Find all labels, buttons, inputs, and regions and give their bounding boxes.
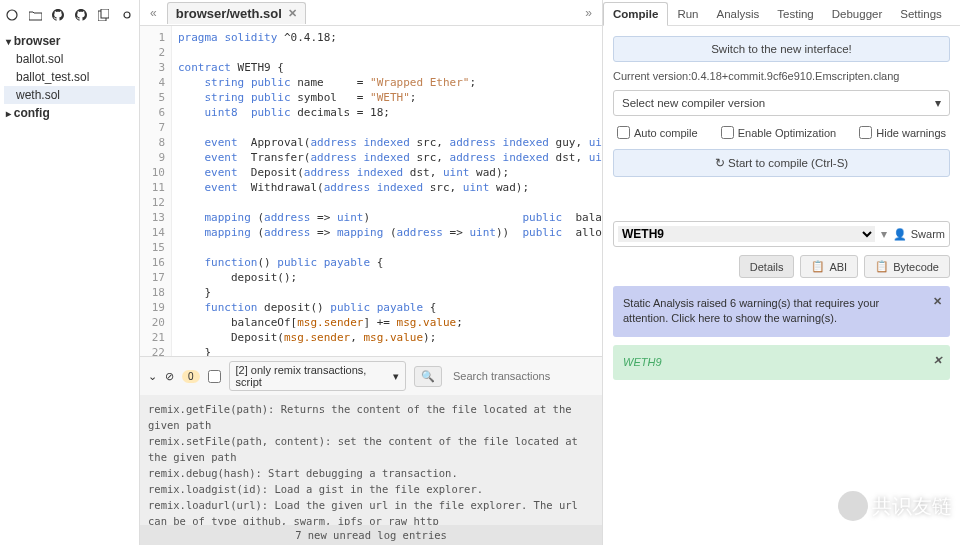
folder-browser[interactable]: browser bbox=[4, 32, 135, 50]
tab-debugger[interactable]: Debugger bbox=[823, 3, 892, 25]
close-alert-icon[interactable]: ✕ bbox=[933, 353, 942, 368]
line-gutter: 1234567891011121314151617181920212223242… bbox=[140, 26, 172, 356]
static-analysis-alert[interactable]: Static Analysis raised 6 warning(s) that… bbox=[613, 286, 950, 337]
auto-compile-checkbox[interactable]: Auto compile bbox=[617, 126, 698, 139]
compiler-select-label: Select new compiler version bbox=[622, 97, 765, 109]
tab-analysis[interactable]: Analysis bbox=[707, 3, 768, 25]
editor-area: « browser/weth.sol ✕ » 12345678910111213… bbox=[140, 0, 602, 545]
close-alert-icon[interactable]: ✕ bbox=[933, 294, 942, 309]
file-item[interactable]: ballot_test.sol bbox=[4, 68, 135, 86]
file-item[interactable]: ballot.sol bbox=[4, 50, 135, 68]
folder-open-icon[interactable] bbox=[29, 8, 42, 22]
unread-log-banner[interactable]: 7 new unread log entries bbox=[140, 525, 602, 545]
tab-next-icon[interactable]: » bbox=[581, 6, 596, 20]
caret-down-icon: ▾ bbox=[393, 370, 399, 383]
gist-icon[interactable] bbox=[75, 8, 88, 22]
details-button[interactable]: Details bbox=[739, 255, 795, 278]
file-explorer: browserballot.solballot_test.solweth.sol… bbox=[0, 0, 140, 545]
link-icon[interactable] bbox=[120, 8, 133, 22]
close-tab-icon[interactable]: ✕ bbox=[288, 7, 297, 20]
svg-point-0 bbox=[7, 10, 17, 20]
file-toolbar bbox=[0, 4, 139, 26]
terminal-line: remix.loadgist(id): Load a gist in the f… bbox=[148, 481, 594, 497]
compile-success-alert[interactable]: WETH9 ✕ bbox=[613, 345, 950, 380]
tab-testing[interactable]: Testing bbox=[768, 3, 822, 25]
terminal-line: remix.getFile(path): Returns the content… bbox=[148, 401, 594, 433]
right-panel: CompileRunAnalysisTestingDebuggerSetting… bbox=[602, 0, 960, 545]
bytecode-button[interactable]: 📋Bytecode bbox=[864, 255, 950, 278]
editor-tab[interactable]: browser/weth.sol ✕ bbox=[167, 2, 306, 24]
tab-settings[interactable]: Settings bbox=[891, 3, 951, 25]
tab-run[interactable]: Run bbox=[668, 3, 707, 25]
terminal-line: remix.setFile(path, content): set the co… bbox=[148, 433, 594, 465]
listen-checkbox[interactable] bbox=[208, 370, 221, 383]
switch-interface-button[interactable]: Switch to the new interface! bbox=[613, 36, 950, 62]
caret-down-icon: ▾ bbox=[881, 227, 887, 241]
collapse-terminal-icon[interactable]: ⌄ bbox=[148, 370, 157, 383]
copy-icon[interactable] bbox=[97, 8, 110, 22]
editor-tabbar: « browser/weth.sol ✕ » bbox=[140, 0, 602, 26]
search-icon[interactable]: 🔍 bbox=[414, 366, 442, 387]
caret-down-icon: ▾ bbox=[935, 96, 941, 110]
folder-config[interactable]: config bbox=[4, 104, 135, 122]
compile-panel: Switch to the new interface! Current ver… bbox=[603, 26, 960, 390]
svg-rect-2 bbox=[101, 9, 109, 18]
compiler-version-text: Current version:0.4.18+commit.9cf6e910.E… bbox=[613, 70, 950, 82]
abi-button[interactable]: 📋ABI bbox=[800, 255, 858, 278]
code-content[interactable]: pragma solidity ^0.4.18; contract WETH9 … bbox=[172, 26, 602, 356]
tx-filter-dropdown[interactable]: [2] only remix transactions, script ▾ bbox=[229, 361, 406, 391]
new-file-icon[interactable] bbox=[6, 8, 19, 22]
terminal-output[interactable]: remix.getFile(path): Returns the content… bbox=[140, 395, 602, 545]
contract-actions-row: Details 📋ABI 📋Bytecode bbox=[613, 255, 950, 278]
terminal-toolbar: ⌄ ⊘ 0 [2] only remix transactions, scrip… bbox=[140, 356, 602, 395]
clipboard-icon: 📋 bbox=[811, 260, 825, 273]
tx-filter-label: [2] only remix transactions, script bbox=[236, 364, 389, 388]
tab-support[interactable]: Support bbox=[951, 3, 960, 25]
search-transactions-input[interactable] bbox=[450, 367, 594, 385]
code-editor[interactable]: 1234567891011121314151617181920212223242… bbox=[140, 26, 602, 356]
hide-warnings-checkbox[interactable]: Hide warnings bbox=[859, 126, 946, 139]
tab-prev-icon[interactable]: « bbox=[146, 6, 161, 20]
terminal-line: remix.debug(hash): Start debugging a tra… bbox=[148, 465, 594, 481]
right-tabs: CompileRunAnalysisTestingDebuggerSetting… bbox=[603, 0, 960, 26]
tab-title: browser/weth.sol bbox=[176, 6, 282, 21]
clipboard-icon: 📋 bbox=[875, 260, 889, 273]
compile-options-row: Auto compile Enable Optimization Hide wa… bbox=[613, 124, 950, 141]
pending-tx-badge: 0 bbox=[182, 370, 200, 383]
user-icon: 👤 bbox=[893, 228, 907, 241]
github-icon[interactable] bbox=[52, 8, 65, 22]
tab-compile[interactable]: Compile bbox=[603, 2, 668, 26]
clear-terminal-icon[interactable]: ⊘ bbox=[165, 370, 174, 383]
start-compile-button[interactable]: ↻ Start to compile (Ctrl-S) bbox=[613, 149, 950, 177]
enable-optimization-checkbox[interactable]: Enable Optimization bbox=[721, 126, 836, 139]
compiler-version-select[interactable]: Select new compiler version ▾ bbox=[613, 90, 950, 116]
contract-selector-row: WETH9 ▾ 👤 Swarm bbox=[613, 221, 950, 247]
publish-swarm-button[interactable]: 👤 Swarm bbox=[893, 228, 945, 241]
contract-select[interactable]: WETH9 bbox=[618, 226, 875, 242]
file-item[interactable]: weth.sol bbox=[4, 86, 135, 104]
file-tree: browserballot.solballot_test.solweth.sol… bbox=[0, 26, 139, 128]
